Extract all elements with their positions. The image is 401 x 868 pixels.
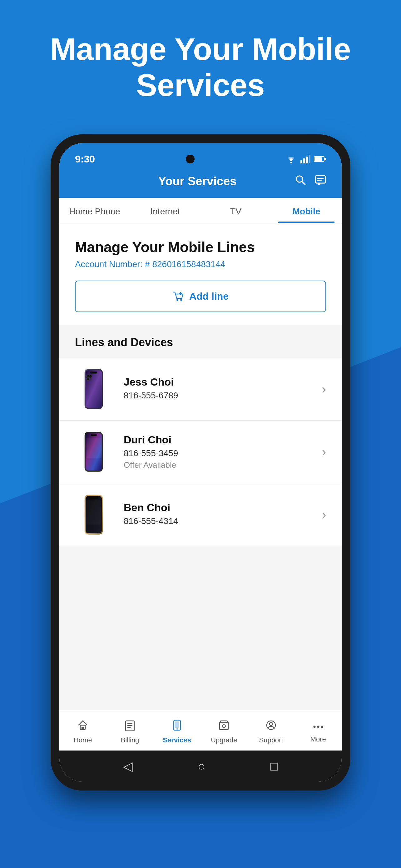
- signal-icon: [300, 155, 310, 163]
- phone-mockup: 9:30: [51, 134, 350, 790]
- device-item-jess[interactable]: Jess Choi 816-555-6789 ›: [59, 358, 342, 421]
- svg-rect-10: [315, 176, 326, 183]
- svg-rect-2: [303, 158, 305, 163]
- svg-point-45: [269, 722, 273, 725]
- nav-home[interactable]: Home: [59, 716, 106, 747]
- hero-title: Manage Your Mobile Services: [25, 31, 376, 103]
- svg-rect-31: [89, 496, 98, 499]
- more-nav-icon: [312, 720, 324, 733]
- content-area: Manage Your Mobile Lines Account Number:…: [59, 223, 342, 710]
- tab-tv[interactable]: TV: [201, 198, 271, 223]
- status-icons: [286, 155, 326, 163]
- status-bar: 9:30: [59, 143, 342, 168]
- manage-section: Manage Your Mobile Lines Account Number:…: [59, 223, 342, 324]
- device-item-duri[interactable]: Duri Choi 816-555-3459 Offer Available ›: [59, 421, 342, 484]
- svg-rect-40: [175, 721, 179, 728]
- device-list: Jess Choi 816-555-6789 ›: [59, 358, 342, 546]
- device-name-3: Ben Choi: [124, 501, 316, 514]
- android-back-btn[interactable]: ◁: [123, 759, 133, 773]
- lines-section-header: Lines and Devices: [59, 324, 342, 358]
- phone-frame: 9:30: [51, 134, 350, 790]
- nav-billing[interactable]: Billing: [106, 716, 154, 747]
- app-header: Your Services: [59, 168, 342, 198]
- battery-icon: [314, 156, 326, 162]
- svg-rect-1: [300, 160, 302, 163]
- header-icons: [295, 174, 326, 188]
- nav-more[interactable]: More: [295, 716, 342, 747]
- tab-bar: Home Phone Internet TV Mobile: [59, 198, 342, 223]
- tab-home-phone[interactable]: Home Phone: [59, 198, 130, 223]
- device-phone-3: 816-555-4314: [124, 516, 316, 526]
- manage-title: Manage Your Mobile Lines: [75, 239, 326, 256]
- home-nav-icon: [77, 720, 89, 734]
- svg-rect-32: [87, 501, 101, 525]
- chevron-icon-1: ›: [322, 382, 326, 396]
- android-recents-btn[interactable]: □: [270, 759, 278, 773]
- svg-point-43: [222, 724, 226, 728]
- svg-point-48: [321, 726, 323, 728]
- svg-point-23: [89, 375, 92, 378]
- nav-more-label: More: [310, 735, 326, 743]
- svg-rect-20: [90, 372, 97, 374]
- nav-services-label: Services: [163, 736, 191, 744]
- nav-support-label: Support: [259, 736, 283, 744]
- svg-rect-4: [309, 155, 310, 163]
- tab-mobile[interactable]: Mobile: [271, 198, 342, 223]
- chat-icon[interactable]: [315, 174, 326, 188]
- device-info-2: Duri Choi 816-555-3459 Offer Available: [124, 434, 316, 470]
- chevron-icon-3: ›: [322, 508, 326, 522]
- phone-screen: 9:30: [59, 143, 342, 782]
- device-item-ben[interactable]: Ben Choi 816-555-4314 ›: [59, 484, 342, 546]
- svg-point-0: [290, 162, 292, 163]
- device-image-2: [75, 430, 112, 474]
- wifi-icon: [286, 155, 297, 163]
- cart-icon: [172, 291, 183, 302]
- camera-notch: [186, 155, 195, 163]
- account-number: Account Number: # 826016158483144: [75, 259, 326, 269]
- device-phone-1: 816-555-6789: [124, 391, 316, 401]
- billing-nav-icon: [124, 720, 136, 734]
- svg-rect-28: [87, 438, 101, 458]
- svg-rect-11: [318, 183, 321, 185]
- search-icon[interactable]: [295, 174, 306, 188]
- device-phone-2: 816-555-3459: [124, 448, 316, 458]
- svg-rect-27: [91, 434, 97, 436]
- device-offer-2: Offer Available: [124, 460, 316, 470]
- chevron-icon-2: ›: [322, 445, 326, 459]
- device-info-3: Ben Choi 816-555-4314: [124, 501, 316, 528]
- nav-upgrade-label: Upgrade: [211, 736, 237, 744]
- svg-rect-34: [81, 727, 84, 730]
- svg-rect-6: [315, 157, 322, 161]
- nav-support[interactable]: Support: [248, 716, 295, 747]
- nav-services[interactable]: Services: [153, 716, 201, 747]
- device-image-1: [75, 367, 112, 411]
- tab-internet[interactable]: Internet: [130, 198, 201, 223]
- services-nav-icon: [171, 720, 183, 734]
- add-line-button[interactable]: Add line: [75, 281, 326, 312]
- nav-upgrade[interactable]: Upgrade: [201, 716, 248, 747]
- svg-point-47: [317, 726, 319, 728]
- svg-rect-7: [325, 158, 326, 160]
- add-line-label: Add line: [189, 290, 229, 302]
- nav-billing-label: Billing: [121, 736, 139, 744]
- device-name-1: Jess Choi: [124, 376, 316, 388]
- svg-point-14: [176, 299, 178, 301]
- hero-section: Manage Your Mobile Services: [0, 31, 401, 103]
- support-nav-icon: [265, 720, 277, 734]
- svg-line-9: [302, 182, 305, 185]
- device-name-2: Duri Choi: [124, 434, 316, 446]
- nav-home-label: Home: [74, 736, 92, 744]
- svg-rect-3: [306, 157, 308, 163]
- device-image-3: [75, 493, 112, 536]
- svg-point-41: [176, 728, 178, 730]
- bottom-nav: Home Billing: [59, 710, 342, 750]
- svg-point-15: [180, 299, 182, 301]
- svg-point-46: [313, 726, 315, 728]
- upgrade-nav-icon: [218, 720, 230, 734]
- svg-rect-42: [220, 723, 228, 730]
- android-home-btn[interactable]: ○: [198, 759, 205, 773]
- status-time: 9:30: [75, 153, 95, 165]
- svg-point-24: [87, 377, 89, 380]
- android-nav-bar: ◁ ○ □: [59, 750, 342, 782]
- device-info-1: Jess Choi 816-555-6789: [124, 376, 316, 402]
